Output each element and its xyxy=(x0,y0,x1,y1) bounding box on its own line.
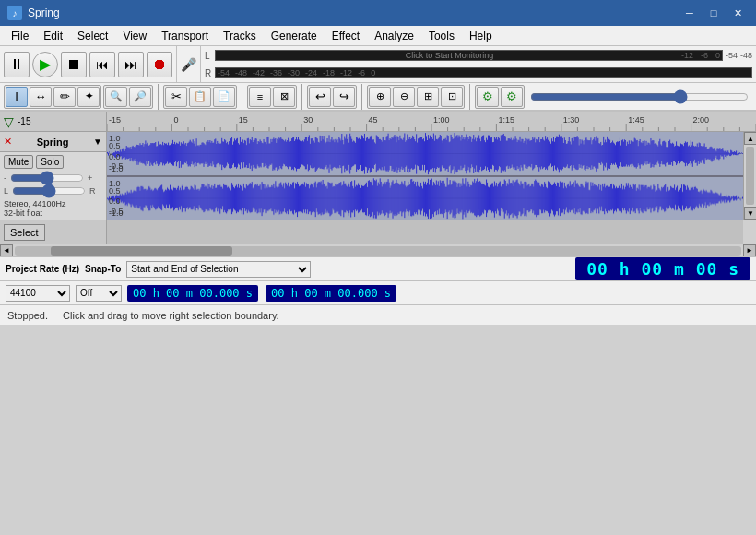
mute-button[interactable]: Mute xyxy=(4,155,33,169)
multi-tool[interactable]: ✦ xyxy=(77,87,100,107)
meter-scale-6: -6 xyxy=(701,51,708,60)
redo-button[interactable]: ↪ xyxy=(333,87,355,107)
project-rate-label: Project Rate (Hz) xyxy=(6,264,79,274)
time-display: 00 h 00 m 00 s xyxy=(575,257,750,280)
bottom-status-bar: Stopped. Click and drag to move right se… xyxy=(0,304,756,325)
trim-button[interactable]: ⊠ xyxy=(273,87,295,107)
zoom-out-tool[interactable]: 🔎 xyxy=(129,87,151,107)
timeline-ruler xyxy=(107,112,756,132)
ylabel-0-bot: 0.0 xyxy=(109,196,121,206)
menu-tracks[interactable]: Tracks xyxy=(216,26,264,46)
copy-button[interactable]: 📋 xyxy=(189,87,211,107)
solo-button[interactable]: Solo xyxy=(36,155,64,169)
app-title: Spring xyxy=(28,6,60,19)
ruler-triangle-icon: ▽ xyxy=(4,114,14,129)
pause-button[interactable]: ⏸ xyxy=(4,52,30,77)
envelope-tool[interactable]: ↔ xyxy=(30,87,52,107)
pm-42: -42 xyxy=(253,68,265,77)
record-button[interactable]: ⏺ xyxy=(147,52,172,77)
time-start-display[interactable]: 00 h 00 m 00.000 s xyxy=(127,285,258,302)
waveform-channel-top[interactable]: 1.0 0.5 0.0 -0.5 -1.0 xyxy=(107,132,743,177)
waveform-area[interactable]: 1.0 0.5 0.0 -0.5 -1.0 1.0 0.5 0.0 -0.5 -… xyxy=(107,132,743,220)
menu-edit[interactable]: Edit xyxy=(36,26,70,46)
vscroll-down[interactable]: ▼ xyxy=(744,207,756,220)
menu-view[interactable]: View xyxy=(115,26,154,46)
toolbar-sep-2 xyxy=(242,84,242,110)
fx-group: ⚙ ⚙ xyxy=(475,85,525,109)
selection-dropdown[interactable]: Start and End of Selection xyxy=(126,261,311,278)
zoom-in-tool[interactable]: 🔍 xyxy=(105,87,127,107)
track-info-line1: Stereo, 44100Hz xyxy=(4,199,102,208)
fx-button-1[interactable]: ⚙ xyxy=(477,87,499,107)
cut-button[interactable]: ✂ xyxy=(165,87,187,107)
vu-meter-section[interactable]: L Click to Start Monitoring -12 -6 0 -54… xyxy=(201,46,756,82)
menu-select[interactable]: Select xyxy=(70,26,115,46)
settings-row-2: 44100 Off 00 h 00 m 00.000 s 00 h 00 m 0… xyxy=(0,281,756,304)
track-content: ▽ -15 ✕ Spring ▼ Mute xyxy=(0,112,756,256)
waveform-channel-bottom[interactable]: 1.0 0.5 0.0 -0.5 -1.0 xyxy=(107,177,743,220)
menu-transport[interactable]: Transport xyxy=(154,26,216,46)
hscroll-thumb[interactable] xyxy=(51,246,232,256)
zoom-out-button[interactable]: ⊖ xyxy=(393,87,415,107)
meter-scale-0: 0 xyxy=(715,51,720,60)
undo-redo-group: ↩ ↪ xyxy=(307,85,357,109)
snap-to-select[interactable]: Off xyxy=(76,285,122,302)
zoom-fit-button[interactable]: ⊞ xyxy=(417,87,439,107)
play-button[interactable]: ▶ xyxy=(32,52,58,77)
vscroll-up[interactable]: ▲ xyxy=(744,132,756,145)
maximize-button[interactable]: □ xyxy=(703,4,725,22)
rewind-button[interactable]: ⏮ xyxy=(89,52,115,77)
paste-button[interactable]: 📄 xyxy=(213,87,235,107)
zoom-tools-group: 🔍 🔎 xyxy=(103,85,153,109)
menu-file[interactable]: File xyxy=(4,26,36,46)
app-icon: ♪ xyxy=(7,6,22,20)
project-rate-select[interactable]: 44100 xyxy=(6,285,70,302)
hscroll-left[interactable]: ◄ xyxy=(0,244,13,257)
select-button[interactable]: Select xyxy=(4,224,45,241)
mic-icon[interactable]: 🎤 xyxy=(181,57,196,72)
close-button[interactable]: ✕ xyxy=(726,4,749,22)
ylabel-0-top: 0.0 xyxy=(109,152,121,161)
menu-help[interactable]: Help xyxy=(462,26,500,46)
status-settings-bar: Project Rate (Hz) Snap-To Start and End … xyxy=(0,256,756,304)
menu-tools[interactable]: Tools xyxy=(421,26,462,46)
track-select-header: Select xyxy=(0,220,107,244)
gain-plus: + xyxy=(88,173,92,183)
menu-bar: File Edit Select View Transport Tracks G… xyxy=(0,26,756,46)
record-meter-l: Click to Start Monitoring -12 -6 0 xyxy=(215,50,723,61)
selection-tool[interactable]: I xyxy=(6,87,28,107)
pencil-tool[interactable]: ✏ xyxy=(53,87,76,107)
track-menu-icon[interactable]: ▼ xyxy=(93,137,102,147)
track-select-canvas xyxy=(107,220,743,244)
ruler-value: -15 xyxy=(18,116,30,126)
fx-button-2[interactable]: ⚙ xyxy=(501,87,523,107)
lr-label-r: R xyxy=(205,68,212,78)
track-name-row: ✕ Spring ▼ xyxy=(0,132,106,152)
zoom-in-button[interactable]: ⊕ xyxy=(369,87,391,107)
lr-label-l: L xyxy=(205,51,212,61)
hscroll-right[interactable]: ► xyxy=(743,244,756,257)
stop-button[interactable]: ⏹ xyxy=(61,52,87,77)
silence-button[interactable]: ≡ xyxy=(249,87,271,107)
forward-button[interactable]: ⏭ xyxy=(118,52,144,77)
volume-slider-area xyxy=(526,92,752,101)
gain-slider[interactable] xyxy=(10,174,84,182)
track-name: Spring xyxy=(37,137,69,148)
title-bar: ♪ Spring ─ □ ✕ xyxy=(0,0,756,26)
misc-tools-group: ≡ ⊠ xyxy=(247,85,297,109)
menu-effect[interactable]: Effect xyxy=(325,26,367,46)
monitor-click-text[interactable]: Click to Start Monitoring xyxy=(218,51,681,60)
pan-slider[interactable] xyxy=(12,187,86,195)
vertical-scrollbar[interactable]: ▲ ▼ xyxy=(743,132,756,220)
hscroll-track[interactable] xyxy=(15,246,741,256)
menu-analyze[interactable]: Analyze xyxy=(367,26,421,46)
track-close-icon[interactable]: ✕ xyxy=(4,136,12,148)
minimize-button[interactable]: ─ xyxy=(679,4,701,22)
waveform-canvas-bottom xyxy=(107,177,743,220)
time-end-display[interactable]: 00 h 00 m 00.000 s xyxy=(266,285,396,302)
undo-button[interactable]: ↩ xyxy=(309,87,331,107)
volume-slider[interactable] xyxy=(530,92,749,101)
vscroll-thumb[interactable] xyxy=(746,147,754,205)
menu-generate[interactable]: Generate xyxy=(264,26,325,46)
zoom-sel-button[interactable]: ⊡ xyxy=(441,87,463,107)
